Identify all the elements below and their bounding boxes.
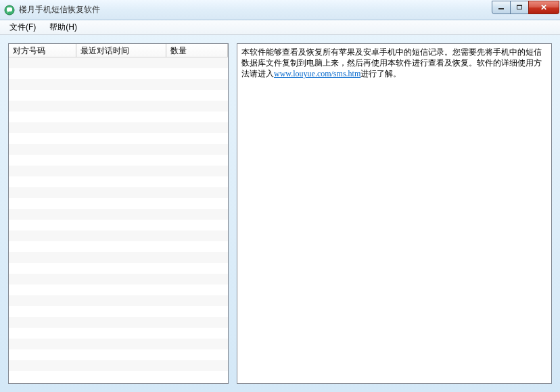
table-row — [9, 155, 228, 166]
table-row — [9, 68, 228, 79]
app-icon — [4, 5, 15, 16]
table-row — [9, 101, 228, 112]
window-title: 楼月手机短信恢复软件 — [19, 4, 492, 16]
table-row — [9, 122, 228, 133]
window-controls: ✕ — [492, 1, 559, 14]
table-row — [9, 317, 228, 328]
column-phone[interactable]: 对方号码 — [9, 44, 76, 57]
table-row — [9, 166, 228, 176]
table-row — [9, 57, 228, 68]
table-row — [9, 328, 228, 339]
table-row — [9, 263, 228, 274]
table-header: 对方号码 最近对话时间 数量 — [9, 44, 228, 57]
table-row — [9, 187, 228, 198]
info-link[interactable]: www.louyue.com/sms.htm — [274, 69, 360, 78]
column-count[interactable]: 数量 — [166, 44, 228, 57]
contacts-table: 对方号码 最近对话时间 数量 — [8, 43, 229, 384]
minimize-button[interactable] — [492, 1, 511, 14]
info-text-after: 进行了解。 — [360, 69, 401, 78]
table-row — [9, 274, 228, 285]
table-row — [9, 79, 228, 90]
close-button[interactable]: ✕ — [528, 1, 559, 14]
content-area: 对方号码 最近对话时间 数量 — [0, 35, 560, 392]
table-row — [9, 360, 228, 371]
table-row — [9, 339, 228, 349]
maximize-button[interactable] — [510, 1, 529, 14]
table-row — [9, 144, 228, 155]
table-row — [9, 90, 228, 101]
table-row — [9, 295, 228, 306]
table-row — [9, 285, 228, 295]
menu-help[interactable]: 帮助(H) — [43, 20, 84, 34]
table-row — [9, 176, 228, 187]
table-row — [9, 241, 228, 252]
table-row — [9, 112, 228, 122]
menubar: 文件(F) 帮助(H) — [0, 20, 560, 35]
table-row — [9, 252, 228, 263]
table-row — [9, 306, 228, 317]
table-body — [9, 57, 228, 383]
table-row — [9, 209, 228, 220]
table-row — [9, 220, 228, 230]
titlebar: 楼月手机短信恢复软件 ✕ — [0, 0, 560, 20]
table-row — [9, 198, 228, 209]
column-time[interactable]: 最近对话时间 — [76, 44, 166, 57]
table-row — [9, 230, 228, 241]
info-panel: 本软件能够查看及恢复所有苹果及安卓手机中的短信记录。您需要先将手机中的短信数据库… — [237, 43, 552, 384]
menu-file[interactable]: 文件(F) — [3, 20, 43, 34]
table-row — [9, 371, 228, 382]
table-row — [9, 349, 228, 360]
table-row — [9, 133, 228, 144]
